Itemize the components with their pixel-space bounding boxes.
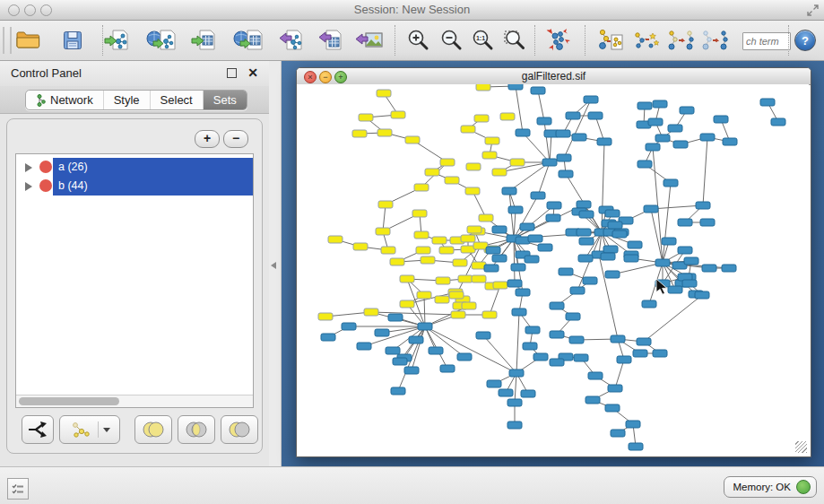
resize-grip[interactable] [795, 441, 807, 453]
graph-node[interactable] [678, 247, 692, 254]
graph-node[interactable] [516, 289, 530, 296]
graph-node[interactable] [680, 107, 694, 114]
graph-node[interactable] [723, 138, 737, 145]
expander-icon[interactable] [25, 163, 32, 172]
graph-node[interactable] [516, 129, 530, 136]
graph-node[interactable] [375, 329, 389, 336]
graph-node[interactable] [714, 116, 728, 123]
save-session-button[interactable] [56, 25, 89, 56]
graph-node[interactable] [465, 187, 480, 195]
tab-style[interactable]: Style [104, 91, 151, 109]
help-button[interactable]: ? [794, 30, 816, 51]
graph-node[interactable] [520, 223, 534, 230]
graph-node[interactable] [440, 365, 455, 372]
import-network-web-button[interactable] [145, 25, 178, 56]
graph-node[interactable] [684, 257, 698, 265]
tab-sets[interactable]: Sets [204, 91, 247, 109]
graph-node[interactable] [400, 275, 414, 282]
graph-node[interactable] [391, 387, 405, 395]
graph-node[interactable] [655, 259, 670, 266]
graph-node[interactable] [414, 231, 429, 239]
graph-node[interactable] [542, 159, 557, 166]
graph-node[interactable] [605, 271, 620, 278]
graph-node[interactable] [583, 277, 597, 284]
add-set-button[interactable]: + [195, 130, 220, 148]
graph-node[interactable] [377, 90, 391, 97]
graph-node[interactable] [487, 380, 501, 387]
graph-node[interactable] [771, 118, 785, 126]
graph-node[interactable] [449, 291, 464, 299]
graph-node[interactable] [617, 356, 631, 363]
graph-node[interactable] [566, 112, 580, 119]
graph-node[interactable] [482, 152, 497, 159]
graph-node[interactable] [629, 443, 643, 450]
graph-node[interactable] [537, 117, 551, 125]
graph-node[interactable] [550, 359, 564, 366]
graph-node[interactable] [525, 256, 539, 263]
graph-node[interactable] [559, 170, 573, 178]
zoom-out-button[interactable] [435, 25, 467, 56]
graph-node[interactable] [569, 336, 584, 343]
graph-node[interactable] [603, 246, 618, 253]
tab-select[interactable]: Select [151, 91, 204, 109]
graph-node[interactable] [538, 244, 552, 251]
open-session-button[interactable] [12, 25, 44, 56]
graph-node[interactable] [476, 84, 490, 91]
graph-node[interactable] [760, 99, 775, 106]
graph-node[interactable] [421, 256, 435, 264]
graph-node[interactable] [722, 265, 736, 272]
graph-node[interactable] [507, 399, 522, 406]
graph-node[interactable] [585, 396, 600, 404]
graph-node[interactable] [404, 367, 419, 374]
graph-node[interactable] [570, 287, 585, 294]
horizontal-scrollbar[interactable] [16, 395, 253, 407]
list-item[interactable]: b (44) [16, 177, 253, 196]
graph-node[interactable] [391, 111, 405, 118]
graph-node[interactable] [547, 202, 561, 209]
graph-node[interactable] [559, 268, 573, 275]
graph-node[interactable] [328, 236, 343, 243]
split-set-button[interactable] [22, 415, 54, 444]
graph-node[interactable] [508, 206, 523, 213]
graph-node[interactable] [439, 247, 454, 254]
graph-node[interactable] [381, 247, 395, 254]
graph-node[interactable] [662, 238, 676, 245]
graph-node[interactable] [466, 163, 481, 170]
graph-node[interactable] [608, 222, 622, 229]
graph-node[interactable] [378, 201, 393, 208]
graph-node[interactable] [499, 389, 513, 396]
panel-splitter[interactable] [269, 61, 282, 466]
graph-node[interactable] [523, 343, 537, 350]
graph-node[interactable] [668, 125, 682, 132]
graph-node[interactable] [597, 138, 611, 145]
graph-node[interactable] [342, 323, 356, 330]
graph-node[interactable] [695, 291, 709, 299]
graph-node[interactable] [584, 96, 598, 103]
fullscreen-icon[interactable] [807, 4, 819, 20]
graph-node[interactable] [502, 187, 516, 195]
graph-node[interactable] [653, 100, 667, 108]
tab-network[interactable]: Network [26, 91, 104, 109]
graph-node[interactable] [458, 275, 473, 282]
graph-node[interactable] [500, 113, 515, 120]
graph-node[interactable] [525, 326, 540, 334]
graph-node[interactable] [462, 302, 476, 309]
task-monitor-button[interactable] [7, 478, 29, 500]
graph-node[interactable] [467, 226, 481, 233]
difference-button[interactable] [221, 415, 258, 444]
graph-node[interactable] [653, 350, 667, 357]
float-panel-icon[interactable] [227, 68, 237, 78]
export-network-button[interactable] [275, 25, 308, 56]
graph-node[interactable] [451, 311, 465, 318]
graph-node[interactable] [386, 347, 400, 354]
graph-node[interactable] [550, 331, 564, 338]
graph-node[interactable] [461, 126, 475, 133]
graph-node[interactable] [414, 184, 429, 191]
graph-node[interactable] [696, 202, 710, 209]
graph-node[interactable] [400, 300, 414, 308]
graph-node[interactable] [638, 161, 652, 168]
graph-node[interactable] [531, 87, 545, 94]
sets-list[interactable]: a (26) b (44) [15, 153, 254, 408]
graph-node[interactable] [377, 129, 392, 136]
graph-node[interactable] [550, 302, 564, 309]
